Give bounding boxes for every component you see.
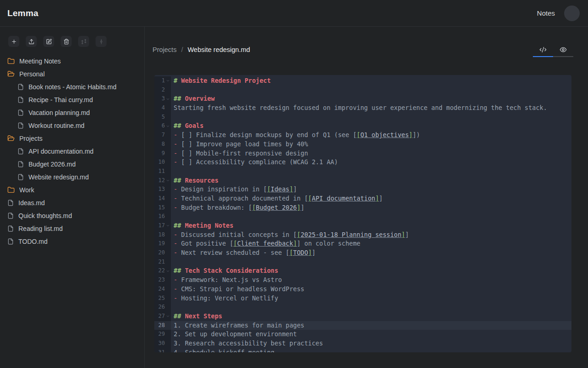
tree-item-label: Vacation planning.md: [28, 109, 90, 116]
editor-line[interactable]: 314. Schedule kickoff meeting: [154, 348, 571, 352]
editor-line[interactable]: 22## Tech Stack Considerations: [154, 266, 571, 276]
sidebar-folder-personal[interactable]: Personal: [0, 68, 144, 80]
avatar-button[interactable]: [564, 6, 580, 21]
sidebar-file-reading-list-md[interactable]: Reading list.md: [0, 222, 144, 235]
editor-line[interactable]: 292. Set up development environment: [154, 330, 571, 339]
tab-code[interactable]: [533, 43, 553, 57]
editor-line[interactable]: 24- CMS: Strapi or headless WordPress: [154, 285, 571, 294]
editor-line[interactable]: 6## Goals: [154, 121, 571, 131]
editor-line[interactable]: 3## Overview: [154, 94, 571, 104]
sidebar-file-workout-routine-md[interactable]: Workout routine.md: [0, 119, 144, 132]
fold-toggle[interactable]: [165, 94, 171, 104]
file-icon: [17, 122, 24, 129]
editor-line[interactable]: 18- Discussed initial concepts in [[2025…: [154, 230, 571, 240]
app-title: Lemma: [7, 8, 39, 18]
editor-line[interactable]: 7- [ ] Finalize design mockups by end of…: [154, 131, 571, 140]
editor-line[interactable]: 16: [154, 212, 571, 221]
fold-toggle[interactable]: [165, 121, 171, 131]
tree-item-label: Workout routine.md: [28, 122, 85, 129]
editor-line[interactable]: 12## Resources: [154, 176, 571, 185]
sidebar-file-api-documentation-md[interactable]: API documentation.md: [0, 145, 144, 158]
code-text: ## Tech Stack Considerations: [171, 266, 571, 276]
edit-button[interactable]: [43, 36, 54, 47]
wikilink[interactable]: [Budget 2026]: [252, 204, 301, 211]
wikilink[interactable]: [Client feedback]: [233, 240, 297, 247]
line-number: 16: [154, 212, 171, 221]
folder-closed-icon: [7, 58, 15, 65]
sidebar-file-budget-2026-md[interactable]: Budget 2026.md: [0, 158, 144, 171]
editor-line[interactable]: 9- [ ] Mobile-first responsive design: [154, 149, 571, 158]
line-number: 22: [154, 266, 171, 276]
wikilink[interactable]: [TODO]: [289, 249, 312, 256]
line-number: 11: [154, 167, 171, 176]
editor-line[interactable]: 26: [154, 303, 571, 312]
editor-line[interactable]: 8- [ ] Improve page load times by 40%: [154, 140, 571, 149]
file-icon: [17, 97, 24, 103]
wikilink[interactable]: [Ideas]: [267, 185, 293, 193]
tree-item-label: Website redesign.md: [28, 173, 89, 181]
code-text: - [ ] Finalize design mockups by end of …: [171, 131, 571, 140]
breadcrumb-folder[interactable]: Projects: [153, 46, 176, 53]
sidebar-file-ideas-md[interactable]: Ideas.md: [0, 196, 144, 209]
editor-line[interactable]: 1# Website Redesign Project: [154, 76, 571, 86]
code-text: [171, 258, 571, 267]
fold-toggle[interactable]: [165, 266, 171, 276]
new-note-button[interactable]: [8, 36, 19, 47]
sidebar-file-recipe-thai-curry-md[interactable]: Recipe - Thai curry.md: [0, 93, 144, 106]
editor-line[interactable]: 11: [154, 167, 571, 176]
sidebar-folder-meeting-notes[interactable]: Meeting Notes: [0, 55, 144, 68]
editor-line[interactable]: 27## Next Steps: [154, 312, 571, 321]
git-commit-button[interactable]: [96, 36, 107, 47]
line-number: 25: [154, 294, 171, 303]
line-number: 26: [154, 303, 171, 312]
editor-line[interactable]: 5: [154, 113, 571, 122]
line-number: 23: [154, 276, 171, 285]
line-number: 28: [154, 321, 171, 330]
editor-line[interactable]: 21: [154, 258, 571, 267]
sidebar-file-book-notes-atomic-habits-md[interactable]: Book notes - Atomic Habits.md: [0, 80, 144, 93]
editor-line[interactable]: 10- [ ] Accessibility compliance (WCAG 2…: [154, 158, 571, 167]
editor-line[interactable]: 20- Next review scheduled - see [[TODO]]: [154, 248, 571, 258]
fold-toggle[interactable]: [165, 76, 171, 86]
code-text: - Next review scheduled - see [[TODO]]: [171, 248, 571, 258]
upload-button[interactable]: [26, 36, 37, 47]
breadcrumb-separator: /: [181, 46, 183, 53]
fold-toggle[interactable]: [165, 176, 171, 185]
line-number: 7: [154, 131, 171, 140]
wikilink[interactable]: [API documentation]: [308, 195, 379, 202]
markdown-editor[interactable]: 1# Website Redesign Project23## Overview…: [154, 75, 571, 352]
chevron-down-icon: [166, 269, 170, 273]
sidebar-file-vacation-planning-md[interactable]: Vacation planning.md: [0, 106, 144, 119]
sidebar-file-website-redesign-md[interactable]: Website redesign.md: [0, 171, 144, 184]
notes-button[interactable]: Notes: [524, 9, 555, 17]
editor-line[interactable]: 303. Research accessibility best practic…: [154, 339, 571, 348]
tree-item-label: Ideas.md: [18, 199, 45, 207]
wikilink[interactable]: [2025-01-18 Planning session]: [297, 231, 405, 238]
fold-toggle[interactable]: [165, 312, 171, 321]
git-sync-button[interactable]: [78, 36, 89, 47]
editor-line[interactable]: 19- Got positive [[Client feedback]] on …: [154, 239, 571, 248]
editor-line[interactable]: 17## Meeting Notes: [154, 221, 571, 230]
wikilink[interactable]: [Q1 objectives]: [356, 131, 413, 138]
sidebar-file-todo-md[interactable]: TODO.md: [0, 235, 144, 248]
delete-button[interactable]: [61, 36, 72, 47]
editor-line[interactable]: 23- Framework: Next.js vs Astro: [154, 276, 571, 285]
editor-line[interactable]: 4Starting fresh website redesign focused…: [154, 104, 571, 113]
sidebar-folder-work[interactable]: Work: [0, 184, 144, 196]
line-number: 29: [154, 330, 171, 339]
editor-line[interactable]: 14- Technical approach documented in [[A…: [154, 194, 571, 203]
sidebar-file-quick-thoughts-md[interactable]: Quick thoughts.md: [0, 209, 144, 222]
fold-toggle[interactable]: [165, 221, 171, 230]
tree-item-label: Recipe - Thai curry.md: [28, 96, 93, 104]
chevron-down-icon: [166, 314, 170, 318]
code-text: ## Goals: [171, 121, 571, 131]
editor-line[interactable]: 25- Hosting: Vercel or Netlify: [154, 294, 571, 303]
line-number: 17: [154, 221, 171, 230]
editor-line[interactable]: 15- Budget breakdown: [[Budget 2026]]: [154, 203, 571, 213]
editor-line[interactable]: 281. Create wireframes for main pages: [154, 321, 571, 330]
sidebar-folder-projects[interactable]: Projects: [0, 132, 144, 145]
editor-line[interactable]: 13- Design inspiration in [[Ideas]]: [154, 185, 571, 194]
header-actions: Notes: [524, 6, 580, 21]
tab-preview[interactable]: [553, 43, 573, 57]
editor-line[interactable]: 2: [154, 86, 571, 95]
